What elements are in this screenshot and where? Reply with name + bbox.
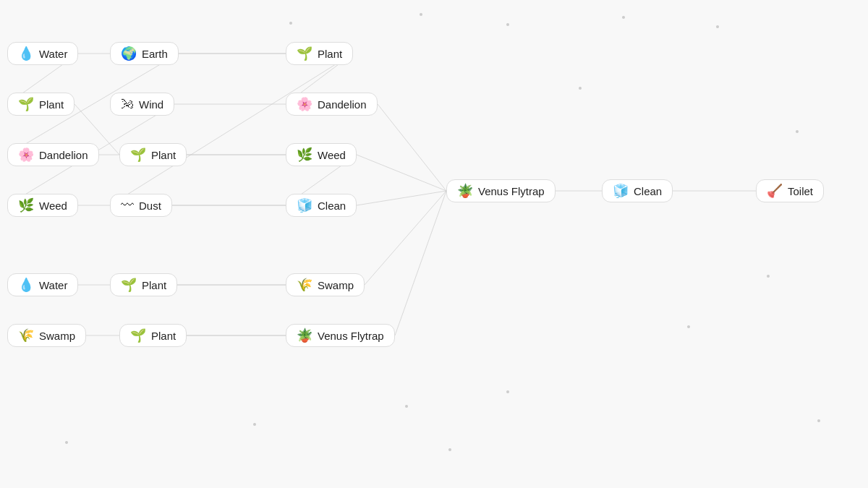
node-icon-dandelion2: 🌸 <box>18 148 34 161</box>
node-icon-plant1: 🌱 <box>297 47 312 60</box>
node-icon-water2: 💧 <box>18 278 34 291</box>
node-icon-plant5: 🌱 <box>130 329 146 342</box>
node-label-weed2: Weed <box>39 200 67 212</box>
craft-node-weed1[interactable]: 🌿Weed <box>286 143 357 166</box>
node-icon-venusflytrap2: 🪴 <box>297 329 312 342</box>
craft-node-venusflytrap2[interactable]: 🪴Venus Flytrap <box>286 324 395 347</box>
craft-node-venusflytrap1[interactable]: 🪴Venus Flytrap <box>446 179 556 202</box>
decoration-dot <box>448 448 451 451</box>
connection-line <box>365 191 446 285</box>
node-label-swamp2: Swamp <box>39 330 75 342</box>
craft-node-clean2[interactable]: 🧊Clean <box>602 179 673 202</box>
node-icon-swamp1: 🌾 <box>297 278 312 291</box>
node-icon-plant2: 🌱 <box>18 98 34 111</box>
node-icon-plant3: 🌱 <box>130 148 146 161</box>
craft-node-dandelion1[interactable]: 🌸Dandelion <box>286 93 378 116</box>
craft-node-clean1[interactable]: 🧊Clean <box>286 194 357 217</box>
craft-node-swamp2[interactable]: 🌾Swamp <box>7 324 86 347</box>
craft-node-plant5[interactable]: 🌱Plant <box>119 324 187 347</box>
node-icon-clean1: 🧊 <box>297 199 312 212</box>
node-icon-clean2: 🧊 <box>613 184 629 197</box>
decoration-dot <box>289 22 292 25</box>
craft-node-dust1[interactable]: 〰Dust <box>110 194 172 217</box>
node-label-plant5: Plant <box>151 330 176 342</box>
node-icon-dust1: 〰 <box>121 199 134 212</box>
craft-node-earth1[interactable]: 🌍Earth <box>110 42 179 65</box>
decoration-dot <box>622 16 625 19</box>
craft-node-water2[interactable]: 💧Water <box>7 273 78 296</box>
craft-node-plant2[interactable]: 🌱Plant <box>7 93 75 116</box>
node-label-wind1: Wind <box>139 98 163 111</box>
craft-node-weed2[interactable]: 🌿Weed <box>7 194 78 217</box>
craft-node-toilet1[interactable]: 🪠Toilet <box>756 179 824 202</box>
node-label-venusflytrap2: Venus Flytrap <box>318 330 384 342</box>
node-label-toilet1: Toilet <box>788 185 813 197</box>
node-label-dandelion1: Dandelion <box>318 98 367 111</box>
decoration-dot <box>65 441 68 444</box>
node-label-plant4: Plant <box>142 279 166 291</box>
node-label-earth1: Earth <box>142 48 168 60</box>
decoration-dot <box>253 423 256 426</box>
node-label-plant3: Plant <box>151 149 176 161</box>
connection-line <box>110 53 353 205</box>
decoration-dot <box>817 419 820 422</box>
node-label-venusflytrap1: Venus Flytrap <box>478 185 545 197</box>
decoration-dot <box>506 390 509 393</box>
node-icon-dandelion1: 🌸 <box>297 98 312 111</box>
connection-line <box>378 104 446 191</box>
node-label-plant2: Plant <box>39 98 64 111</box>
decoration-dot <box>687 325 690 328</box>
node-icon-venusflytrap1: 🪴 <box>457 184 473 197</box>
craft-node-plant1[interactable]: 🌱Plant <box>286 42 353 65</box>
craft-node-plant3[interactable]: 🌱Plant <box>119 143 187 166</box>
node-label-water1: Water <box>39 48 67 60</box>
node-label-dandelion2: Dandelion <box>39 149 88 161</box>
node-icon-plant4: 🌱 <box>121 278 137 291</box>
decoration-dot <box>796 130 799 133</box>
craft-node-water1[interactable]: 💧Water <box>7 42 78 65</box>
node-label-plant1: Plant <box>318 48 342 60</box>
decoration-dot <box>716 25 719 28</box>
decoration-dot <box>579 87 582 90</box>
decoration-dot <box>767 275 770 278</box>
node-icon-weed2: 🌿 <box>18 199 34 212</box>
node-label-swamp1: Swamp <box>318 279 354 291</box>
node-icon-wind1: 🌬 <box>121 98 134 111</box>
node-icon-toilet1: 🪠 <box>767 184 783 197</box>
node-icon-swamp2: 🌾 <box>18 329 34 342</box>
decoration-dot <box>405 405 408 408</box>
node-label-weed1: Weed <box>318 149 346 161</box>
craft-node-plant4[interactable]: 🌱Plant <box>110 273 177 296</box>
node-icon-water1: 💧 <box>18 47 34 60</box>
node-label-water2: Water <box>39 279 67 291</box>
craft-node-swamp1[interactable]: 🌾Swamp <box>286 273 365 296</box>
connection-line <box>357 155 446 191</box>
node-label-dust1: Dust <box>139 200 161 212</box>
node-icon-weed1: 🌿 <box>297 148 312 161</box>
craft-node-dandelion2[interactable]: 🌸Dandelion <box>7 143 99 166</box>
connection-line <box>357 191 446 205</box>
node-label-clean1: Clean <box>318 200 346 212</box>
craft-node-wind1[interactable]: 🌬Wind <box>110 93 174 116</box>
decoration-dot <box>506 23 509 26</box>
decoration-dot <box>420 13 422 16</box>
node-label-clean2: Clean <box>634 185 662 197</box>
connection-line <box>395 191 446 335</box>
node-icon-earth1: 🌍 <box>121 47 137 60</box>
